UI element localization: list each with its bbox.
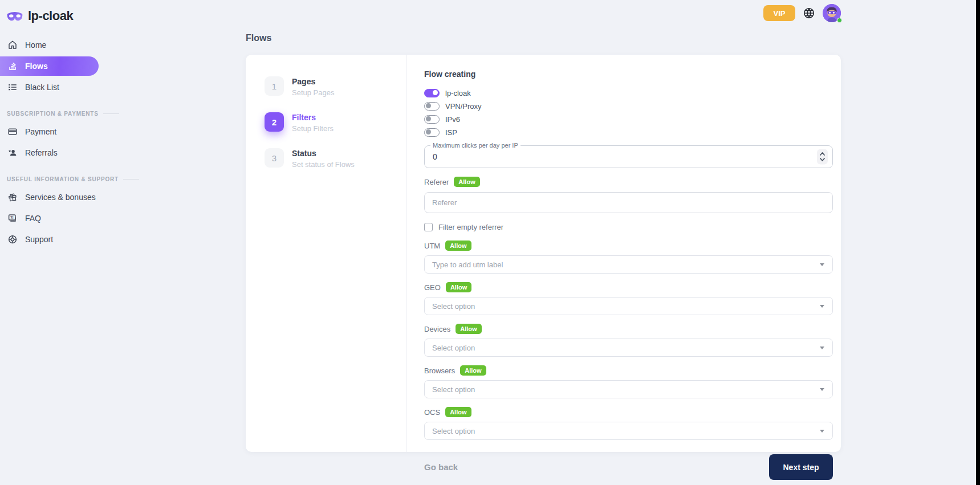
max-clicks-input[interactable]: [425, 146, 804, 168]
step-number: 3: [265, 148, 284, 168]
toggle-row-isp: ISP: [424, 126, 833, 138]
sidebar-item-label: Home: [25, 40, 46, 50]
vpn-proxy-toggle[interactable]: [424, 102, 440, 111]
geo-select[interactable]: [424, 297, 833, 315]
ocs-label-row: OCS Allow: [424, 407, 833, 417]
flow-card: 1 Pages Setup Pages 2 Filters Setup Filt…: [246, 55, 841, 452]
sidebar-item-services[interactable]: Services & bonuses: [0, 188, 148, 207]
step-subtitle: Setup Filters: [292, 124, 334, 133]
step-pages[interactable]: 1 Pages Setup Pages: [265, 76, 406, 97]
max-clicks-label: Maximum clicks per day per IP: [430, 142, 521, 149]
blacklist-icon: [7, 81, 18, 93]
ocs-select[interactable]: [424, 422, 833, 440]
step-filters[interactable]: 2 Filters Setup Filters: [265, 112, 406, 133]
utm-label: UTM: [424, 242, 440, 250]
sidebar-item-label: Services & bonuses: [25, 193, 96, 202]
geo-label-row: GEO Allow: [424, 282, 833, 292]
sidebar-section-header: Useful information & support: [7, 176, 148, 182]
brand-logo[interactable]: lp-cloak: [0, 0, 148, 25]
referer-label-row: Referer Allow: [424, 177, 833, 187]
ocs-allow-badge[interactable]: Allow: [445, 407, 471, 417]
devices-input[interactable]: [425, 344, 810, 352]
utm-input[interactable]: [425, 260, 810, 269]
sidebar-item-label: Flows: [25, 62, 48, 71]
toggle-label: IPv6: [445, 115, 460, 124]
toggle-label: ISP: [445, 128, 457, 137]
devices-select[interactable]: [424, 339, 833, 357]
browsers-allow-badge[interactable]: Allow: [460, 365, 486, 376]
home-icon: [7, 39, 18, 51]
form-actions: Go back Next step: [424, 454, 833, 480]
steps-panel: 1 Pages Setup Pages 2 Filters Setup Filt…: [246, 55, 407, 452]
mask-logo-icon: [6, 10, 23, 22]
browsers-select[interactable]: [424, 380, 833, 398]
sidebar-nav: Home Flows: [0, 35, 148, 249]
sidebar-item-black-list[interactable]: Black List: [0, 78, 148, 97]
step-number: 1: [265, 76, 284, 96]
devices-label-row: Devices Allow: [424, 324, 833, 334]
chevron-down-icon: [820, 430, 824, 433]
step-title: Pages: [292, 76, 334, 86]
referer-label: Referer: [424, 178, 449, 186]
filter-empty-referrer-checkbox[interactable]: [424, 223, 433, 231]
ocs-input[interactable]: [425, 427, 810, 435]
go-back-button[interactable]: Go back: [424, 462, 458, 472]
toggle-label: lp-cloak: [445, 89, 471, 97]
brand-name: lp-cloak: [28, 9, 73, 23]
step-title: Filters: [292, 112, 334, 122]
page-title: Flows: [246, 33, 271, 43]
sidebar-section-header: Subscription & payments: [7, 111, 148, 117]
online-status-dot: [837, 18, 842, 23]
checkbox-label: Filter empty referrer: [438, 223, 503, 231]
sidebar-item-home[interactable]: Home: [0, 35, 148, 55]
geo-label: GEO: [424, 283, 441, 292]
sidebar-item-faq[interactable]: ?! FAQ: [0, 209, 148, 228]
number-stepper[interactable]: [817, 149, 828, 165]
app-root: lp-cloak Home: [0, 0, 980, 485]
chevron-down-icon: [820, 388, 824, 391]
step-subtitle: Setup Pages: [292, 88, 334, 97]
chevron-down-icon: [820, 347, 824, 349]
next-step-button[interactable]: Next step: [769, 454, 833, 480]
language-globe-icon[interactable]: [803, 7, 815, 19]
utm-select[interactable]: [424, 255, 833, 274]
sidebar-item-label: Payment: [25, 127, 56, 136]
geo-input[interactable]: [425, 302, 810, 311]
chevron-down-icon: [820, 305, 824, 308]
step-subtitle: Set status of Flows: [292, 160, 355, 169]
toggle-row-lp-cloak: lp-cloak: [424, 87, 833, 99]
toggle-row-ipv6: IPv6: [424, 113, 833, 125]
toggle-row-vpn-proxy: VPN/Proxy: [424, 100, 833, 112]
browsers-label: Browsers: [424, 366, 455, 375]
ipv6-toggle[interactable]: [424, 115, 440, 124]
sidebar-item-support[interactable]: Support: [0, 230, 148, 249]
utm-allow-badge[interactable]: Allow: [445, 241, 471, 251]
sidebar-item-label: Support: [25, 235, 53, 244]
referer-input[interactable]: [424, 192, 833, 213]
user-avatar[interactable]: [823, 4, 841, 22]
lifebuoy-icon: [7, 234, 18, 245]
chevron-down-icon: [820, 263, 824, 266]
isp-toggle[interactable]: [424, 128, 440, 137]
max-clicks-field: Maximum clicks per day per IP: [424, 145, 833, 168]
toggle-label: VPN/Proxy: [445, 102, 482, 111]
devices-allow-badge[interactable]: Allow: [456, 324, 481, 334]
step-status[interactable]: 3 Status Set status of Flows: [265, 148, 406, 169]
sidebar-item-flows[interactable]: Flows: [0, 56, 99, 76]
sidebar-item-referrals[interactable]: Referrals: [0, 143, 148, 162]
ocs-label: OCS: [424, 408, 440, 417]
filter-empty-referrer-row: Filter empty referrer: [424, 222, 833, 232]
faq-icon: ?!: [7, 213, 18, 224]
topbar: VIP: [763, 4, 841, 22]
sidebar-item-label: Black List: [25, 83, 59, 92]
step-title: Status: [292, 148, 355, 158]
utm-label-row: UTM Allow: [424, 241, 833, 251]
flow-creating-form: Flow creating lp-cloak VPN/Proxy IPv6 IS…: [407, 55, 841, 452]
sidebar-item-label: FAQ: [25, 214, 41, 223]
lp-cloak-toggle[interactable]: [424, 89, 440, 97]
referer-allow-badge[interactable]: Allow: [454, 177, 479, 187]
geo-allow-badge[interactable]: Allow: [446, 282, 471, 292]
vip-button[interactable]: VIP: [763, 5, 795, 21]
sidebar-item-payment[interactable]: Payment: [0, 122, 148, 141]
browsers-input[interactable]: [425, 385, 810, 394]
